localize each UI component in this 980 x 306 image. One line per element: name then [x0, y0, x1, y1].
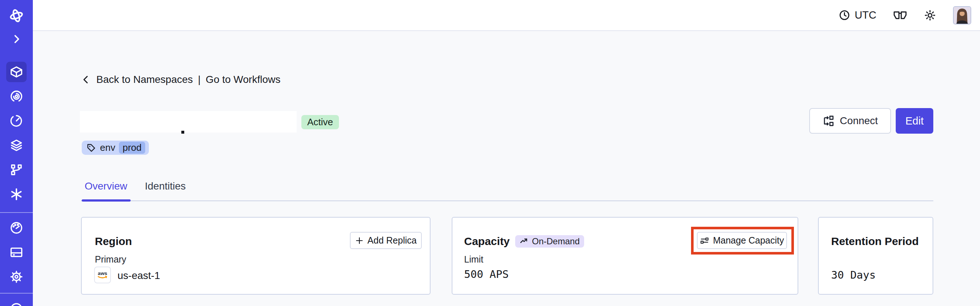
- add-replica-label: Add Replica: [368, 235, 417, 246]
- user-avatar[interactable]: [953, 6, 971, 24]
- namespace-tag: env prod: [82, 140, 149, 155]
- chevron-left-icon: [81, 75, 91, 85]
- sidebar-item-workflows[interactable]: [6, 86, 27, 107]
- spiral-eye-icon: [10, 89, 23, 104]
- connect-button-label: Connect: [840, 115, 878, 127]
- sliders-icon: [700, 236, 709, 245]
- gear-icon: [10, 270, 23, 284]
- on-demand-badge: On-Demand: [515, 235, 584, 247]
- connect-button[interactable]: Connect: [809, 108, 891, 134]
- tag-icon: [86, 143, 96, 153]
- glasses-icon: [893, 10, 907, 21]
- sidebar-item-profile[interactable]: [6, 299, 27, 306]
- sidebar-item-usage[interactable]: [6, 218, 27, 238]
- manage-capacity-label: Manage Capacity: [713, 235, 784, 246]
- temporal-logo-icon: [9, 8, 24, 23]
- tag-value-chip: prod: [119, 142, 145, 154]
- page: UTC: [0, 0, 980, 306]
- breadcrumb-separator: |: [198, 74, 200, 86]
- back-to-namespaces-link[interactable]: Back to Namespaces: [96, 74, 193, 86]
- retention-value: 30 Days: [831, 269, 876, 281]
- active-tab-underline: [82, 199, 130, 202]
- sidebar-divider: [0, 293, 33, 293]
- trending-up-icon: [520, 237, 529, 246]
- chevron-right-icon: [10, 33, 22, 45]
- retention-card: Retention Period 30 Days: [818, 217, 933, 295]
- temporal-logo[interactable]: [6, 5, 27, 26]
- retention-card-title: Retention Period: [831, 234, 919, 248]
- clock-icon: [839, 10, 850, 21]
- layers-icon: [10, 139, 23, 152]
- connect-icon: [822, 115, 835, 127]
- tab-divider-line: [81, 201, 933, 201]
- capacity-value: 500 APS: [464, 268, 509, 280]
- topbar: UTC: [33, 0, 980, 31]
- go-to-workflows-link[interactable]: Go to Workflows: [206, 74, 281, 86]
- avatar-portrait: [954, 7, 970, 24]
- sidebar: [0, 0, 33, 306]
- asterisk-icon: [10, 187, 23, 201]
- sidebar-divider: [0, 212, 33, 213]
- add-replica-button[interactable]: Add Replica: [350, 232, 422, 249]
- redaction-artifact-dot: [181, 131, 184, 134]
- capacity-card: Capacity On-Demand Manage Capacity Limit…: [452, 217, 798, 295]
- sidebar-expand-button[interactable]: [6, 29, 27, 49]
- cube-icon: [10, 65, 23, 79]
- sidebar-item-settings[interactable]: [6, 266, 27, 287]
- aws-logo: aws: [94, 266, 111, 284]
- region-card: Region Add Replica Primary aws us-east-1: [81, 217, 431, 295]
- namespace-name-redacted: [80, 111, 297, 132]
- sidebar-item-billing[interactable]: [6, 242, 27, 263]
- plus-icon: [355, 236, 364, 245]
- tab-identities[interactable]: Identities: [145, 180, 186, 193]
- tag-key: env: [100, 142, 115, 153]
- timer-icon: [10, 114, 23, 128]
- edit-button[interactable]: Edit: [896, 108, 933, 134]
- labs-toggle-button[interactable]: [893, 10, 907, 21]
- region-card-title: Region: [95, 234, 132, 248]
- credit-card-icon: [10, 245, 23, 259]
- breadcrumb: Back to Namespaces | Go to Workflows: [81, 74, 281, 86]
- capacity-card-title: Capacity: [464, 234, 510, 248]
- aws-logo-text: aws: [98, 271, 107, 276]
- timezone-selector[interactable]: UTC: [839, 9, 877, 21]
- manage-capacity-button[interactable]: Manage Capacity: [697, 232, 787, 249]
- status-badge: Active: [301, 115, 339, 129]
- theme-toggle-button[interactable]: [924, 9, 936, 22]
- branch-icon: [10, 163, 23, 177]
- tab-overview[interactable]: Overview: [84, 180, 127, 193]
- timezone-label: UTC: [854, 9, 877, 21]
- on-demand-label: On-Demand: [532, 236, 580, 247]
- sun-icon: [924, 9, 936, 22]
- primary-label: Primary: [95, 254, 126, 265]
- sidebar-item-schedules[interactable]: [6, 111, 27, 131]
- sidebar-item-namespaces[interactable]: [6, 62, 27, 82]
- sidebar-item-batch-operations[interactable]: [6, 159, 27, 180]
- circle-icon: [10, 302, 23, 306]
- speedometer-icon: [10, 221, 23, 235]
- sidebar-item-nexus[interactable]: [6, 184, 27, 204]
- limit-label: Limit: [464, 254, 484, 265]
- region-value: us-east-1: [118, 270, 160, 282]
- sidebar-item-deployments[interactable]: [6, 135, 27, 156]
